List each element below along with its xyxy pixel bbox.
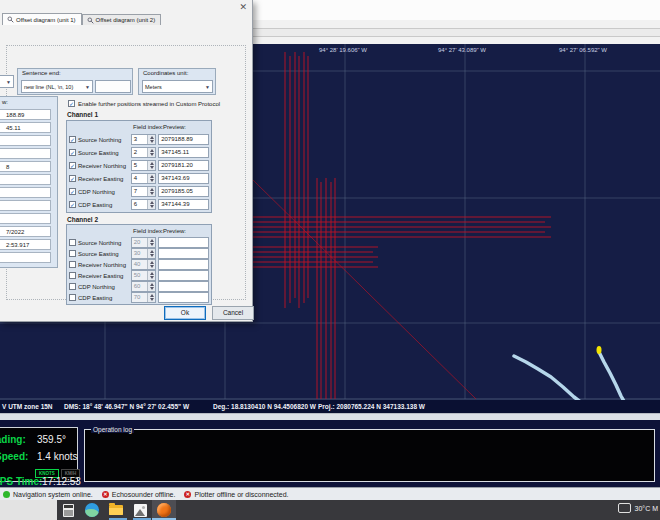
preview-list-row[interactable]: 45.11 [0, 122, 51, 133]
checkbox[interactable]: ✓ [69, 188, 76, 195]
stepper-arrows-icon[interactable] [147, 293, 155, 302]
stepper-arrows-icon[interactable] [147, 135, 155, 144]
preview-field[interactable]: 347144.39 [158, 199, 209, 210]
photos-icon[interactable] [132, 502, 148, 518]
field-index-stepper[interactable]: 30 [131, 248, 156, 259]
partial-combo[interactable]: ▼ [0, 75, 14, 88]
stepper-down-icon[interactable] [150, 265, 154, 268]
stepper-up-icon[interactable] [150, 239, 154, 242]
field-index-stepper[interactable]: 40 [131, 259, 156, 270]
file-explorer-icon[interactable] [108, 502, 124, 518]
stepper-down-icon[interactable] [150, 243, 154, 246]
preview-list-row[interactable]: 8 [0, 161, 51, 172]
stepper-arrows-icon[interactable] [147, 249, 155, 258]
edge-browser-icon[interactable] [84, 502, 100, 518]
tab-offset-diagram-unit-2[interactable]: Offset diagram (unit 2) [82, 14, 162, 25]
field-index-stepper[interactable]: 5 [131, 160, 156, 171]
preview-field[interactable] [158, 259, 209, 270]
stepper-down-icon[interactable] [150, 179, 154, 182]
stepper-up-icon[interactable] [150, 149, 154, 152]
checkbox[interactable]: ✓ [69, 149, 76, 156]
stepper-down-icon[interactable] [150, 205, 154, 208]
stepper-up-icon[interactable] [150, 250, 154, 253]
field-index-stepper[interactable]: 2 [131, 147, 156, 158]
preview-list-row[interactable]: 188.89 [0, 109, 51, 120]
stepper-arrows-icon[interactable] [147, 260, 155, 269]
stepper-arrows-icon[interactable] [147, 174, 155, 183]
checkbox[interactable]: ✓ [69, 175, 76, 182]
field-index-stepper[interactable]: 4 [131, 173, 156, 184]
preview-list-row[interactable] [0, 213, 51, 224]
preview-field[interactable]: 2079185.05 [158, 186, 209, 197]
field-index-stepper[interactable]: 3 [131, 134, 156, 145]
stepper-arrows-icon[interactable] [147, 161, 155, 170]
stepper-down-icon[interactable] [150, 192, 154, 195]
preview-list-row[interactable] [0, 174, 51, 185]
checkbox[interactable]: ✓ [69, 201, 76, 208]
checkbox[interactable] [69, 272, 76, 279]
preview-field[interactable]: 2079188.89 [158, 134, 209, 145]
stepper-up-icon[interactable] [150, 272, 154, 275]
preview-field[interactable] [158, 292, 209, 303]
stepper-arrows-icon[interactable] [147, 187, 155, 196]
preview-list-row[interactable]: 7/2022 [0, 226, 51, 237]
stepper-arrows-icon[interactable] [147, 200, 155, 209]
stepper-down-icon[interactable] [150, 287, 154, 290]
preview-list-row[interactable] [0, 148, 51, 159]
preview-list-row[interactable] [0, 135, 51, 146]
preview-field[interactable]: 2079181.20 [158, 160, 209, 171]
stepper-down-icon[interactable] [150, 298, 154, 301]
stepper-up-icon[interactable] [150, 201, 154, 204]
stepper-down-icon[interactable] [150, 166, 154, 169]
stepper-up-icon[interactable] [150, 294, 154, 297]
close-icon[interactable]: ✕ [239, 2, 247, 12]
cancel-button[interactable]: Cancel [212, 306, 254, 320]
preview-field[interactable] [158, 237, 209, 248]
checkbox[interactable] [69, 294, 76, 301]
navigation-app-icon[interactable] [156, 502, 172, 518]
ok-button[interactable]: Ok [164, 306, 206, 320]
stepper-arrows-icon[interactable] [147, 148, 155, 157]
preview-list-row[interactable] [0, 252, 51, 263]
field-index-stepper[interactable]: 50 [131, 270, 156, 281]
stepper-up-icon[interactable] [150, 175, 154, 178]
stepper-down-icon[interactable] [150, 276, 154, 279]
calculator-icon[interactable] [60, 502, 76, 518]
preview-field[interactable] [158, 281, 209, 292]
stepper-arrows-icon[interactable] [147, 271, 155, 280]
checkbox[interactable]: ✓ [69, 136, 76, 143]
checkbox[interactable]: ✓ [68, 100, 75, 107]
field-index-stepper[interactable]: 20 [131, 237, 156, 248]
coordinates-unit-combo[interactable]: Meters▼ [142, 80, 213, 93]
checkbox[interactable] [69, 250, 76, 257]
sentence-end-combo[interactable]: new line (NL, \n, 10)▼ [21, 80, 93, 93]
stepper-arrows-icon[interactable] [147, 282, 155, 291]
checkbox[interactable] [69, 283, 76, 290]
stepper-up-icon[interactable] [150, 162, 154, 165]
preview-list-row[interactable]: 2:53.917 [0, 239, 51, 250]
stepper-up-icon[interactable] [150, 283, 154, 286]
weather-widget[interactable]: 30°C M [618, 503, 658, 513]
stepper-arrows-icon[interactable] [147, 238, 155, 247]
field-index-stepper[interactable]: 60 [131, 281, 156, 292]
stepper-down-icon[interactable] [150, 254, 154, 257]
stepper-up-icon[interactable] [150, 188, 154, 191]
preview-field[interactable]: 347145.11 [158, 147, 209, 158]
stepper-down-icon[interactable] [150, 140, 154, 143]
stepper-up-icon[interactable] [150, 136, 154, 139]
checkbox[interactable] [69, 239, 76, 246]
sentence-end-extra-field[interactable] [95, 80, 131, 93]
checkbox[interactable] [69, 261, 76, 268]
field-index-stepper[interactable]: 7 [131, 186, 156, 197]
preview-field[interactable]: 347143.69 [158, 173, 209, 184]
window-splitter[interactable] [0, 413, 660, 420]
preview-field[interactable] [158, 270, 209, 281]
preview-field[interactable] [158, 248, 209, 259]
stepper-up-icon[interactable] [150, 261, 154, 264]
checkbox[interactable]: ✓ [69, 162, 76, 169]
preview-list-row[interactable] [0, 187, 51, 198]
preview-list-row[interactable] [0, 200, 51, 211]
field-index-stepper[interactable]: 6 [131, 199, 156, 210]
field-index-stepper[interactable]: 70 [131, 292, 156, 303]
stepper-down-icon[interactable] [150, 153, 154, 156]
